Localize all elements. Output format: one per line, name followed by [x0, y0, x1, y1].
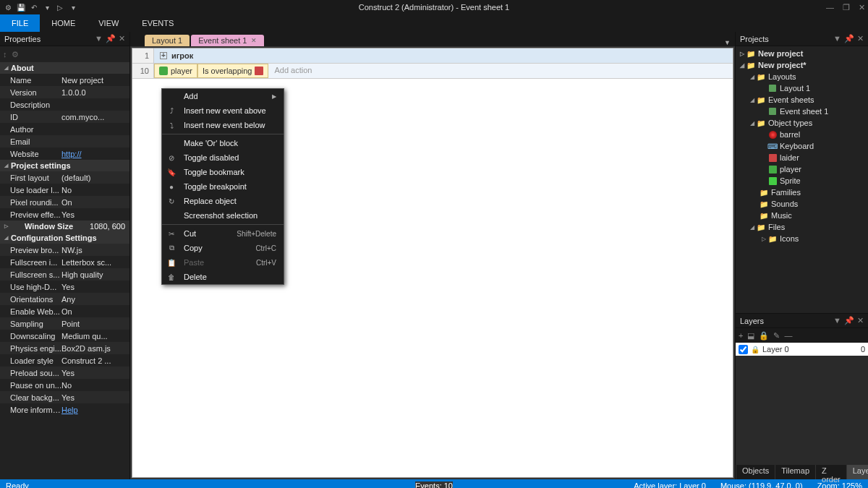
- delete-icon[interactable]: —: [784, 331, 792, 340]
- menu-file[interactable]: FILE: [0, 14, 40, 32]
- section-config[interactable]: Configuration Settings: [0, 232, 129, 244]
- tree-folder-sounds[interactable]: 📁Sounds: [736, 198, 868, 210]
- properties-toolbar: ↕ ⚙: [0, 46, 129, 62]
- edit-icon[interactable]: ✎: [773, 331, 780, 341]
- tree-folder-layouts[interactable]: ◢📁Layouts: [736, 71, 868, 82]
- add-icon[interactable]: +: [739, 331, 743, 340]
- tree-folder-files[interactable]: ◢📁Files: [736, 221, 868, 233]
- menu-home[interactable]: HOME: [40, 14, 87, 32]
- lock-icon[interactable]: 🔒: [751, 346, 760, 354]
- dropdown-icon[interactable]: ▼: [833, 316, 841, 325]
- tabbar: Layout 1 Event sheet 1✕ ▼: [130, 32, 735, 46]
- save-icon[interactable]: 💾: [16, 2, 26, 12]
- insert-above-icon: ⤴: [166, 107, 176, 115]
- lock-icon[interactable]: 🔒: [759, 331, 769, 341]
- tab-dropdown-icon[interactable]: ▼: [724, 39, 735, 46]
- undo-icon[interactable]: ↶: [29, 2, 39, 12]
- section-about[interactable]: About: [0, 62, 129, 74]
- window-title: Construct 2 (Administrator) - Event shee…: [359, 3, 509, 12]
- tree-project[interactable]: ▷📁New project: [736, 48, 868, 59]
- tab-tilemap[interactable]: Tilemap: [775, 465, 815, 479]
- pin-icon[interactable]: 📌: [844, 316, 854, 325]
- condition-text[interactable]: Is overlapping: [197, 64, 269, 78]
- add-sub-icon[interactable]: ⬓: [747, 331, 754, 341]
- tree-sheet[interactable]: Event sheet 1: [736, 106, 868, 117]
- cm-replace[interactable]: ↻Replace object: [162, 194, 284, 208]
- dropdown-icon[interactable]: ▼: [95, 34, 103, 43]
- context-menu: Add▶ ⤴Insert new event above ⤵Insert new…: [161, 88, 284, 285]
- redo-icon[interactable]: ▾: [42, 2, 52, 12]
- delete-icon: 🗑: [166, 273, 176, 281]
- menu-view[interactable]: VIEW: [87, 14, 130, 32]
- paste-icon: 📋: [166, 259, 176, 267]
- tree-project[interactable]: ◢📁New project*: [736, 59, 868, 71]
- titlebar: ⚙ 💾 ↶ ▾ ▷ ▾ Construct 2 (Administrator) …: [0, 0, 868, 14]
- statusbar: Ready Events: 10 Active layer: Layer 0 M…: [0, 479, 868, 488]
- tree-obj-sprite[interactable]: Sprite: [736, 175, 868, 187]
- toolbar-icon[interactable]: ↕: [3, 50, 7, 59]
- tab-event-sheet[interactable]: Event sheet 1✕: [191, 35, 264, 46]
- close-button[interactable]: ✕: [859, 3, 865, 12]
- gear-icon[interactable]: ⚙: [3, 2, 13, 12]
- tree-folder-icons[interactable]: ▷📁Icons: [736, 233, 868, 244]
- layers-toolbar: + ⬓ 🔒 ✎ —: [736, 328, 868, 343]
- expand-icon[interactable]: +: [160, 52, 167, 59]
- cm-toggle-breakpoint[interactable]: ●Toggle breakpoint: [162, 179, 284, 194]
- dropdown-icon[interactable]: ▼: [833, 34, 841, 43]
- maximize-button[interactable]: ❐: [843, 3, 850, 12]
- close-icon[interactable]: ✕: [251, 37, 257, 44]
- section-window-size[interactable]: Window Size 1080, 600: [0, 221, 129, 232]
- properties-panel: Properties ▼📌✕ ↕ ⚙ About NameNew project…: [0, 32, 130, 479]
- tree-obj-barrel[interactable]: barrel: [736, 129, 868, 140]
- properties-list: About NameNew project Version1.0.0.0 Des…: [0, 62, 129, 416]
- tree-obj-player[interactable]: player: [736, 163, 868, 175]
- tree-obj-keyboard[interactable]: ⌨Keyboard: [736, 140, 868, 152]
- condition-object[interactable]: player: [154, 64, 197, 78]
- dropdown-icon[interactable]: ▾: [68, 2, 78, 12]
- status-zoom: Zoom: 125%: [817, 481, 862, 488]
- tree-layout[interactable]: Layout 1: [736, 82, 868, 94]
- prop-key: Name: [0, 76, 61, 85]
- section-project-settings[interactable]: Project settings: [0, 160, 129, 171]
- layer-visible-checkbox[interactable]: [739, 345, 748, 354]
- tab-objects[interactable]: Objects: [736, 465, 775, 479]
- event-row: 10 player Is overlapping Add action: [132, 64, 733, 79]
- pin-icon[interactable]: 📌: [106, 34, 116, 43]
- cm-add[interactable]: Add▶: [162, 89, 284, 103]
- layers-empty: [736, 356, 868, 465]
- cm-insert-below[interactable]: ⤵Insert new event below: [162, 118, 284, 132]
- tree-folder-objtypes[interactable]: ◢📁Object types: [736, 117, 868, 129]
- run-icon[interactable]: ▷: [55, 2, 65, 12]
- player-icon: [159, 67, 168, 75]
- layer-row[interactable]: 🔒 Layer 0 0: [736, 343, 868, 356]
- tree-folder-sheets[interactable]: ◢📁Event sheets: [736, 94, 868, 106]
- cm-insert-above[interactable]: ⤴Insert new event above: [162, 103, 284, 118]
- cm-make-or[interactable]: Make 'Or' block: [162, 136, 284, 150]
- cm-toggle-bookmark[interactable]: 🔖Toggle bookmark: [162, 165, 284, 179]
- tree-folder-music[interactable]: 📁Music: [736, 210, 868, 221]
- pin-icon[interactable]: 📌: [844, 34, 854, 43]
- object-icon: [255, 67, 263, 75]
- event-group-header[interactable]: + игрок: [154, 48, 733, 63]
- menu-events[interactable]: EVENTS: [130, 14, 185, 32]
- cm-delete[interactable]: 🗑Delete: [162, 270, 284, 284]
- toolbar-icon[interactable]: ⚙: [12, 50, 19, 59]
- prop-val[interactable]: New project: [61, 76, 129, 85]
- cm-screenshot[interactable]: Screenshot selection: [162, 208, 284, 223]
- tab-layout[interactable]: Layout 1: [145, 35, 190, 46]
- close-icon[interactable]: ✕: [119, 34, 125, 43]
- chevron-right-icon: ▶: [272, 93, 276, 100]
- tab-layers[interactable]: Layers: [846, 465, 868, 479]
- tree-obj-laider[interactable]: laider: [736, 152, 868, 163]
- tree-folder-families[interactable]: 📁Families: [736, 187, 868, 198]
- projects-tree: ▷📁New project ◢📁New project* ◢📁Layouts L…: [736, 46, 868, 313]
- cm-cut[interactable]: ✂CutShift+Delete: [162, 226, 284, 241]
- cm-toggle-disabled[interactable]: ⊘Toggle disabled: [162, 150, 284, 165]
- cm-copy[interactable]: ⧉CopyCtrl+C: [162, 241, 284, 255]
- tab-zorder[interactable]: Z order: [815, 465, 846, 479]
- close-icon[interactable]: ✕: [857, 34, 864, 43]
- minimize-button[interactable]: —: [826, 3, 834, 12]
- close-icon[interactable]: ✕: [857, 316, 864, 325]
- add-action-link[interactable]: Add action: [268, 64, 318, 77]
- properties-header: Properties ▼📌✕: [0, 32, 129, 46]
